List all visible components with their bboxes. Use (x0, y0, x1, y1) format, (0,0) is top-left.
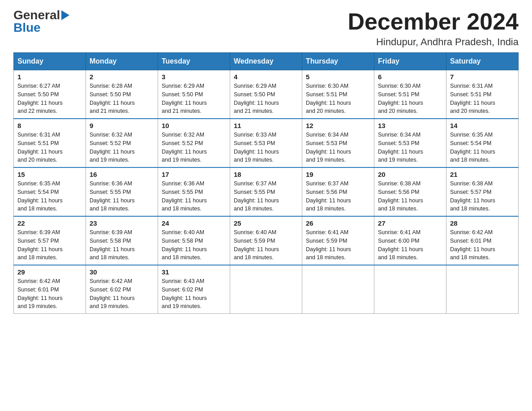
day-number: 26 (306, 219, 370, 227)
day-number: 28 (450, 219, 515, 227)
day-info: Sunrise: 6:34 AMSunset: 5:53 PMDaylight:… (378, 131, 442, 164)
day-number: 9 (90, 122, 154, 129)
page-header: General Blue December 2024 Hindupur, And… (13, 9, 519, 48)
day-info: Sunrise: 6:31 AMSunset: 5:51 PMDaylight:… (450, 82, 515, 116)
day-info: Sunrise: 6:36 AMSunset: 5:55 PMDaylight:… (162, 180, 226, 213)
day-info: Sunrise: 6:33 AMSunset: 5:53 PMDaylight:… (234, 131, 298, 164)
day-info: Sunrise: 6:38 AMSunset: 5:57 PMDaylight:… (450, 180, 515, 213)
day-number: 1 (17, 73, 82, 81)
calendar-day-cell: 20Sunrise: 6:38 AMSunset: 5:56 PMDayligh… (374, 167, 446, 216)
day-info: Sunrise: 6:42 AMSunset: 6:01 PMDaylight:… (450, 228, 515, 262)
calendar-table: SundayMondayTuesdayWednesdayThursdayFrid… (13, 52, 519, 314)
day-info: Sunrise: 6:29 AMSunset: 5:50 PMDaylight:… (234, 82, 298, 116)
day-number: 29 (17, 268, 82, 276)
day-info: Sunrise: 6:32 AMSunset: 5:52 PMDaylight:… (162, 131, 226, 164)
day-number: 22 (17, 219, 82, 227)
calendar-day-cell (302, 265, 374, 314)
day-info: Sunrise: 6:37 AMSunset: 5:55 PMDaylight:… (234, 180, 298, 213)
calendar-day-cell: 5Sunrise: 6:30 AMSunset: 5:51 PMDaylight… (302, 70, 374, 119)
day-number: 15 (17, 171, 82, 178)
day-info: Sunrise: 6:38 AMSunset: 5:56 PMDaylight:… (378, 180, 442, 213)
day-info: Sunrise: 6:35 AMSunset: 5:54 PMDaylight:… (17, 180, 82, 213)
column-header-wednesday: Wednesday (230, 53, 302, 70)
calendar-day-cell: 13Sunrise: 6:34 AMSunset: 5:53 PMDayligh… (374, 119, 446, 167)
calendar-day-cell: 27Sunrise: 6:41 AMSunset: 6:00 PMDayligh… (374, 216, 446, 265)
day-number: 17 (162, 171, 226, 178)
calendar-day-cell: 12Sunrise: 6:34 AMSunset: 5:53 PMDayligh… (302, 119, 374, 167)
day-info: Sunrise: 6:40 AMSunset: 5:59 PMDaylight:… (234, 228, 298, 262)
day-info: Sunrise: 6:41 AMSunset: 5:59 PMDaylight:… (306, 228, 370, 262)
day-info: Sunrise: 6:39 AMSunset: 5:57 PMDaylight:… (17, 228, 82, 262)
calendar-day-cell: 16Sunrise: 6:36 AMSunset: 5:55 PMDayligh… (86, 167, 158, 216)
day-number: 25 (234, 219, 298, 227)
day-info: Sunrise: 6:34 AMSunset: 5:53 PMDaylight:… (306, 131, 370, 164)
day-info: Sunrise: 6:41 AMSunset: 6:00 PMDaylight:… (378, 228, 442, 262)
calendar-day-cell: 10Sunrise: 6:32 AMSunset: 5:52 PMDayligh… (158, 119, 230, 167)
day-info: Sunrise: 6:30 AMSunset: 5:51 PMDaylight:… (378, 82, 442, 116)
day-number: 3 (162, 73, 226, 81)
calendar-day-cell: 30Sunrise: 6:42 AMSunset: 6:02 PMDayligh… (86, 265, 158, 314)
day-info: Sunrise: 6:31 AMSunset: 5:51 PMDaylight:… (17, 131, 82, 164)
calendar-week-row: 29Sunrise: 6:42 AMSunset: 6:01 PMDayligh… (14, 265, 519, 314)
column-header-thursday: Thursday (302, 53, 374, 70)
day-info: Sunrise: 6:36 AMSunset: 5:55 PMDaylight:… (90, 180, 154, 213)
calendar-day-cell: 14Sunrise: 6:35 AMSunset: 5:54 PMDayligh… (446, 119, 519, 167)
day-number: 4 (234, 73, 298, 81)
day-info: Sunrise: 6:28 AMSunset: 5:50 PMDaylight:… (90, 82, 154, 116)
day-number: 6 (378, 73, 442, 81)
calendar-day-cell: 26Sunrise: 6:41 AMSunset: 5:59 PMDayligh… (302, 216, 374, 265)
day-info: Sunrise: 6:42 AMSunset: 6:01 PMDaylight:… (17, 277, 82, 311)
svg-marker-0 (61, 10, 69, 20)
day-number: 23 (90, 219, 154, 227)
main-title: December 2024 (348, 9, 519, 34)
logo-triangle-icon (61, 10, 69, 20)
calendar-day-cell: 22Sunrise: 6:39 AMSunset: 5:57 PMDayligh… (14, 216, 86, 265)
day-number: 20 (378, 171, 442, 178)
logo-general: General (13, 9, 60, 21)
day-info: Sunrise: 6:32 AMSunset: 5:52 PMDaylight:… (90, 131, 154, 164)
day-info: Sunrise: 6:37 AMSunset: 5:56 PMDaylight:… (306, 180, 370, 213)
logo-blue: Blue (13, 21, 41, 34)
day-number: 16 (90, 171, 154, 178)
calendar-day-cell: 9Sunrise: 6:32 AMSunset: 5:52 PMDaylight… (86, 119, 158, 167)
calendar-week-row: 15Sunrise: 6:35 AMSunset: 5:54 PMDayligh… (14, 167, 519, 216)
day-number: 21 (450, 171, 515, 178)
day-number: 13 (378, 122, 442, 129)
day-info: Sunrise: 6:29 AMSunset: 5:50 PMDaylight:… (162, 82, 226, 116)
calendar-day-cell: 28Sunrise: 6:42 AMSunset: 6:01 PMDayligh… (446, 216, 519, 265)
day-number: 8 (17, 122, 82, 129)
calendar-day-cell (446, 265, 519, 314)
column-header-monday: Monday (86, 53, 158, 70)
logo: General Blue (13, 9, 69, 34)
calendar-day-cell: 25Sunrise: 6:40 AMSunset: 5:59 PMDayligh… (230, 216, 302, 265)
subtitle: Hindupur, Andhra Pradesh, India (348, 36, 519, 48)
calendar-day-cell: 15Sunrise: 6:35 AMSunset: 5:54 PMDayligh… (14, 167, 86, 216)
calendar-day-cell: 19Sunrise: 6:37 AMSunset: 5:56 PMDayligh… (302, 167, 374, 216)
day-number: 19 (306, 171, 370, 178)
day-number: 18 (234, 171, 298, 178)
calendar-day-cell: 3Sunrise: 6:29 AMSunset: 5:50 PMDaylight… (158, 70, 230, 119)
day-number: 30 (90, 268, 154, 276)
column-header-friday: Friday (374, 53, 446, 70)
calendar-header-row: SundayMondayTuesdayWednesdayThursdayFrid… (14, 53, 519, 70)
calendar-day-cell: 29Sunrise: 6:42 AMSunset: 6:01 PMDayligh… (14, 265, 86, 314)
calendar-day-cell: 4Sunrise: 6:29 AMSunset: 5:50 PMDaylight… (230, 70, 302, 119)
calendar-day-cell (374, 265, 446, 314)
calendar-day-cell: 23Sunrise: 6:39 AMSunset: 5:58 PMDayligh… (86, 216, 158, 265)
day-number: 14 (450, 122, 515, 129)
calendar-day-cell: 8Sunrise: 6:31 AMSunset: 5:51 PMDaylight… (14, 119, 86, 167)
calendar-day-cell: 17Sunrise: 6:36 AMSunset: 5:55 PMDayligh… (158, 167, 230, 216)
day-number: 31 (162, 268, 226, 276)
column-header-saturday: Saturday (446, 53, 519, 70)
day-number: 12 (306, 122, 370, 129)
column-header-tuesday: Tuesday (158, 53, 230, 70)
day-info: Sunrise: 6:40 AMSunset: 5:58 PMDaylight:… (162, 228, 226, 262)
day-number: 11 (234, 122, 298, 129)
day-info: Sunrise: 6:39 AMSunset: 5:58 PMDaylight:… (90, 228, 154, 262)
calendar-week-row: 8Sunrise: 6:31 AMSunset: 5:51 PMDaylight… (14, 119, 519, 167)
calendar-day-cell: 6Sunrise: 6:30 AMSunset: 5:51 PMDaylight… (374, 70, 446, 119)
calendar-week-row: 1Sunrise: 6:27 AMSunset: 5:50 PMDaylight… (14, 70, 519, 119)
day-info: Sunrise: 6:42 AMSunset: 6:02 PMDaylight:… (90, 277, 154, 311)
calendar-day-cell: 11Sunrise: 6:33 AMSunset: 5:53 PMDayligh… (230, 119, 302, 167)
calendar-day-cell: 21Sunrise: 6:38 AMSunset: 5:57 PMDayligh… (446, 167, 519, 216)
